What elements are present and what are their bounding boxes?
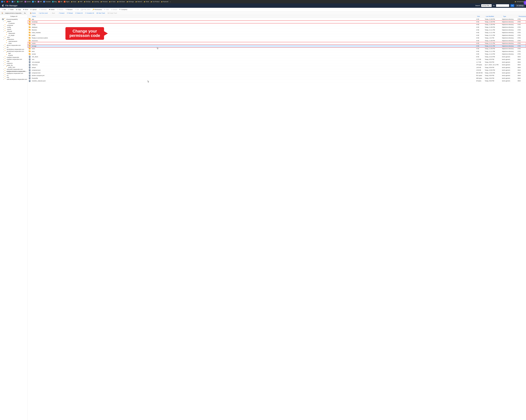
file-row[interactable]: .DS_Store8 KBToday, 10:19 PMtext/x-gener… (28, 55, 526, 58)
bookmark-item[interactable]: 📁Our-Product (150, 0, 160, 3)
empty-trash-button[interactable]: 🗑Empty Trash (106, 12, 118, 14)
tree-item[interactable]: +.composer (0, 24, 28, 26)
html-editor-button[interactable]: ❮❯HTML Editor (80, 8, 91, 11)
bookmark-item[interactable]: GGT (11, 0, 16, 3)
expand-icon[interactable]: + (3, 73, 4, 74)
expand-icon[interactable]: + (3, 31, 4, 32)
bookmark-item[interactable]: 📁Personal (100, 0, 108, 3)
search-go-button[interactable]: Go (510, 4, 514, 7)
edit-button[interactable]: ✎Edit (74, 8, 80, 11)
tree-item[interactable]: +readyecommerce.meyacoder.com (0, 70, 28, 72)
restore-button[interactable]: ↺Restore (56, 8, 64, 11)
bookmark-item[interactable]: 📁Learning (91, 0, 100, 3)
bookmark-item[interactable]: 📁BGImage (126, 0, 135, 3)
file-row[interactable]: artisan1.65 KBToday, 8:59 PMtext/x-gener… (28, 66, 526, 69)
expand-icon[interactable]: + (3, 21, 4, 22)
expand-icon[interactable]: + (3, 37, 4, 38)
file-row[interactable]: .htaccess278 bytesApr 3, 2024, 10:11 PMt… (28, 63, 526, 66)
expand-icon[interactable]: + (3, 51, 4, 52)
file-row[interactable]: config4 KBToday, 11:08 PMhttpd/unix-dire… (28, 23, 526, 26)
home-icon-button[interactable]: 🏠 (1, 12, 4, 14)
expand-icon[interactable]: + (3, 65, 4, 66)
reload-button[interactable]: ⟳Reload (66, 12, 74, 14)
tree-item[interactable]: +etc (0, 46, 28, 48)
file-row[interactable]: app4 KBToday, 11:08 PMhttpd/unix-directo… (28, 18, 526, 20)
tree-item[interactable]: +readypoos.meyacoder.com (0, 72, 28, 74)
path-input[interactable] (4, 12, 23, 14)
bookmark-item[interactable]: YYT (6, 0, 11, 3)
file-row[interactable]: tests4 KBToday, 11:11 PMhttpd/unix-direc… (28, 50, 526, 53)
tree-item[interactable]: .trash (0, 42, 28, 44)
view-button[interactable]: 👁View (103, 8, 110, 11)
collapse-icon[interactable]: − (0, 19, 2, 20)
tree-item[interactable]: .spamassassin (0, 40, 28, 42)
column-name[interactable]: Name (28, 15, 476, 18)
upload-button[interactable]: ⬆Upload (30, 8, 37, 11)
bookmark-item[interactable]: 📁Movie-D (135, 0, 143, 3)
tree-item[interactable]: +.cphorde (0, 30, 28, 32)
bookmark-item[interactable]: FFB (1, 0, 6, 3)
tree-item[interactable]: +maditam.meyacoder (0, 56, 28, 58)
delete-button[interactable]: ✖Delete (48, 8, 55, 11)
bookmark-item[interactable]: TT-B (31, 0, 37, 3)
expand-icon[interactable]: + (3, 77, 4, 78)
expand-icon[interactable]: + (3, 61, 4, 62)
bookmark-item[interactable]: GGM (58, 0, 63, 3)
download-button[interactable]: ⬇Download (38, 8, 47, 11)
bookmark-item[interactable]: 📁Razinsoft (160, 0, 169, 3)
expand-icon[interactable]: + (3, 69, 4, 70)
tree-item[interactable]: .htpasswds (0, 32, 28, 34)
file-row[interactable]: modules_statuses.json29 bytesToday, 9:00… (28, 80, 526, 82)
back-button[interactable]: ←Back (49, 12, 56, 14)
file-row[interactable]: vendor4 KBToday, 11:14 PMhttpd/unix-dire… (28, 53, 526, 56)
nav-home-button[interactable]: 🏠Home (29, 12, 37, 14)
overflow-chevron-icon[interactable]: » (169, 1, 172, 2)
file-row[interactable]: Dockerfile469 bytesToday, 9:00 PMtext/x-… (28, 77, 526, 80)
bookmark-item[interactable]: 📁PHP (77, 0, 83, 3)
tree-item[interactable]: +public_ftp (0, 64, 28, 66)
permissions-button[interactable]: 🔑Permissions (92, 8, 103, 11)
bookmark-item[interactable]: TTranslate (43, 0, 51, 3)
tree-item[interactable]: +.cagefs (0, 20, 28, 22)
compress-button[interactable]: ⇱Compress (118, 8, 128, 11)
column-permissions[interactable]: Permissions (518, 15, 526, 18)
tree-item[interactable]: .cl.selector (0, 22, 28, 24)
tree-item[interactable]: +laundrymart.meyacoder.com (0, 50, 28, 52)
bookmark-item[interactable]: 📁Soft-Down (116, 0, 126, 3)
file-row[interactable]: bootstrap4 KBToday, 11:08 PMhttpd/unix-d… (28, 20, 526, 23)
new-folder-button[interactable]: ＋Folder (7, 8, 15, 11)
file-row[interactable]: composer.lock383.98 KBToday, 10:04 PMtex… (28, 72, 526, 74)
bookmark-item[interactable]: BBing (51, 0, 57, 3)
expand-icon[interactable]: + (3, 25, 4, 26)
tree-item[interactable]: +web.laundryboss.meyacoder.com (0, 78, 28, 80)
tree-item[interactable]: +.config (0, 26, 28, 28)
expand-icon[interactable]: + (3, 79, 4, 80)
tree-item[interactable]: +tmp (0, 76, 28, 78)
settings-button[interactable]: ⚙ Settings (516, 4, 525, 7)
new-file-button[interactable]: ＋File (1, 8, 7, 11)
tree-item[interactable]: +.softaculous (0, 38, 28, 40)
bookmark-item[interactable]: FFigma (63, 0, 70, 3)
tree-item[interactable]: +ssl (0, 74, 28, 76)
tree-item[interactable]: lscache (0, 54, 28, 56)
file-row[interactable]: .env.example1.17 KBToday, 9:00 PMtext/x-… (28, 61, 526, 63)
up-one-level-button[interactable]: ↑Up One Level (37, 12, 49, 14)
file-row[interactable]: resources4 KBToday, 11:08 PMhttpd/unix-d… (28, 39, 526, 42)
unselect-all-button[interactable]: ☐Unselect All (84, 12, 95, 14)
tree-item[interactable]: +maditam.meyacoder.com (0, 58, 28, 60)
bookmark-item[interactable]: 📁Socal (70, 0, 77, 3)
expand-icon[interactable]: + (3, 45, 4, 46)
collapse-all-button[interactable]: Collapse All (0, 15, 28, 18)
expand-icon[interactable]: + (3, 71, 4, 72)
tree-item[interactable]: +nodevenv (0, 62, 28, 64)
file-row[interactable]: storage4 KBToday, 11:11 PMhttpd/unix-dir… (28, 45, 526, 47)
bookmark-item[interactable]: CC-GPT (16, 0, 24, 3)
expand-icon[interactable]: + (3, 63, 4, 64)
tree-item[interactable]: +.npm (0, 36, 28, 38)
extract-button[interactable]: ⇲Extract (110, 8, 118, 11)
copy-button[interactable]: ⧉Copy (15, 8, 22, 11)
bookmark-item[interactable]: GGemini (24, 0, 31, 3)
rename-button[interactable]: ✎Rename (65, 8, 73, 11)
column-modified[interactable]: Last Modified (485, 15, 502, 18)
expand-icon[interactable]: + (3, 39, 4, 40)
